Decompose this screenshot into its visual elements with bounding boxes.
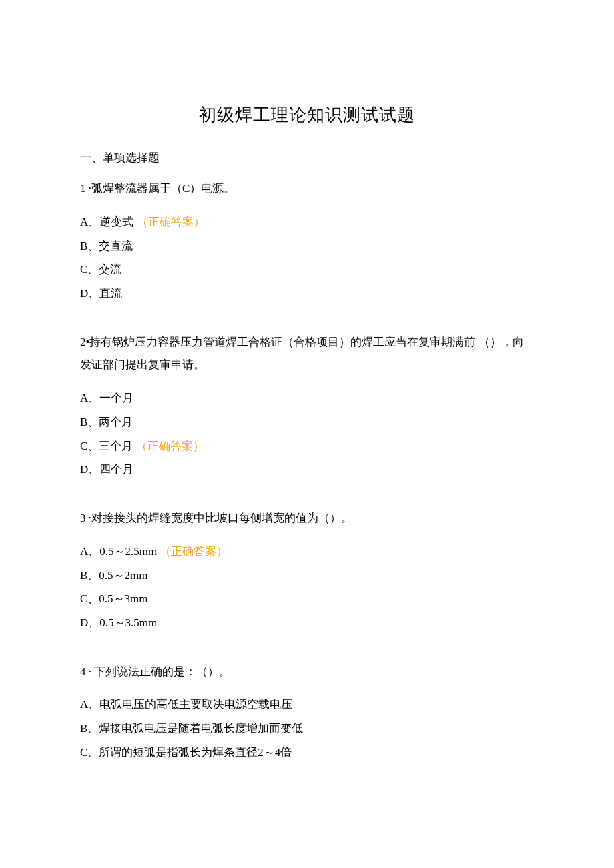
option-label: C、0.5～3mm [80,592,148,605]
option-c: C、交流 [80,258,534,282]
correct-answer-marker: （正确答案） [136,440,204,452]
option-a: A、逆变式 （正确答案） [80,210,534,234]
option-label: B、焊接电弧电压是随着电弧长度增加而变低 [80,722,303,735]
page-title: 初级焊工理论知识测试试题 [80,103,534,127]
question-block: 4 · 下列说法正确的是：（）。 A、电弧电压的高低主要取决电源空载电压 B、焊… [80,661,534,765]
question-block: 3 ·对接接头的焊缝宽度中比坡口每侧增宽的值为（）。 A、0.5～2.5mm （… [80,507,534,635]
option-label: D、直流 [80,287,122,300]
option-a: A、一个月 [80,386,534,410]
question-block: 1 ·弧焊整流器属于（C）电源。 A、逆变式 （正确答案） B、交直流 C、交流… [80,177,534,306]
option-label: B、两个月 [80,416,133,428]
option-label: C、三个月 [80,440,133,452]
option-c: C、0.5～3mm [80,587,534,611]
question-block: 2•持有锅炉压力容器压力管道焊工合格证（合格项目）的焊工应当在复审期满前 （），… [80,331,534,482]
option-b: B、焊接电弧电压是随着电弧长度增加而变低 [80,717,534,741]
option-label: A、一个月 [80,392,133,404]
correct-answer-marker: （正确答案） [137,215,205,228]
question-text: 3 ·对接接头的焊缝宽度中比坡口每侧增宽的值为（）。 [80,507,534,530]
question-text: 4 · 下列说法正确的是：（）。 [80,661,534,684]
option-a: A、电弧电压的高低主要取决电源空载电压 [80,693,534,717]
option-label: C、所谓的短弧是指弧长为焊条直径2～4倍 [80,746,292,759]
option-d: D、0.5～3.5mm [80,611,534,635]
option-label: B、0.5～2mm [80,569,148,582]
option-label: D、四个月 [80,463,133,476]
option-b: B、两个月 [80,410,534,434]
option-label: A、逆变式 [80,215,133,228]
option-label: D、0.5～3.5mm [80,616,157,629]
option-d: D、直流 [80,282,534,306]
option-b: B、交直流 [80,234,534,258]
option-label: C、交流 [80,263,121,276]
option-a: A、0.5～2.5mm （正确答案） [80,540,534,564]
section-heading: 一、单项选择题 [80,150,534,165]
option-c: C、三个月 （正确答案） [80,434,534,458]
option-c: C、所谓的短弧是指弧长为焊条直径2～4倍 [80,741,534,765]
option-label: A、电弧电压的高低主要取决电源空载电压 [80,698,292,711]
correct-answer-marker: （正确答案） [160,545,228,558]
option-label: B、交直流 [80,240,133,252]
question-text: 2•持有锅炉压力容器压力管道焊工合格证（合格项目）的焊工应当在复审期满前 （），… [80,331,534,378]
option-label: A、0.5～2.5mm [80,545,157,558]
option-d: D、四个月 [80,458,534,482]
option-b: B、0.5～2mm [80,564,534,588]
question-text: 1 ·弧焊整流器属于（C）电源。 [80,177,534,201]
